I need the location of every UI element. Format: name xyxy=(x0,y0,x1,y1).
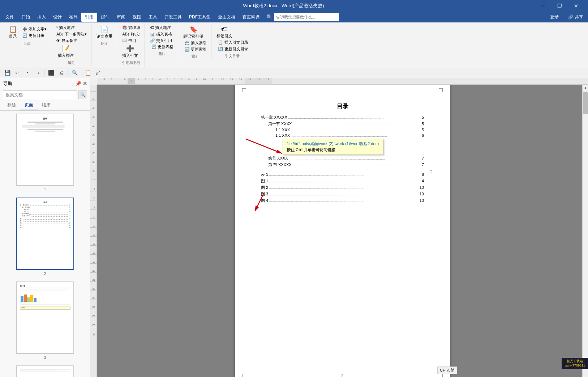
menu-view[interactable]: 视图 xyxy=(129,13,145,22)
scroll-up-button[interactable]: ▲ xyxy=(583,85,588,90)
login-button[interactable]: 登录 xyxy=(547,13,562,22)
thumb-img-2: 目录 第一章 XXXXX5 第一节 XXXX5 1.1 XXX5 1.1 XXX… xyxy=(16,198,74,270)
toc-entry-4[interactable]: 1.1 XXX ................................… xyxy=(261,133,424,137)
menu-home[interactable]: 开始 xyxy=(18,13,34,22)
toc-entry-fig1[interactable]: 图 1 ....................................… xyxy=(261,178,424,184)
pages-view-button[interactable]: ⬛ xyxy=(47,68,55,77)
nav-close-button[interactable]: ✕ xyxy=(83,81,87,86)
update-citation-index-button[interactable]: 🔄 更新引文目录 xyxy=(216,46,249,52)
nav-tab-results[interactable]: 结果 xyxy=(38,101,55,110)
save-qa-button[interactable]: 💾 xyxy=(3,68,12,77)
toc-entry-6[interactable]: 第 节 XXXXX ..............................… xyxy=(261,162,424,168)
toc-dots-2: ........................................… xyxy=(292,122,421,126)
toc-page-fig1: 4 xyxy=(422,179,424,183)
ruler-vertical: -1 -2 -3 -4 -5 -6 -7 -8 -9 -10 -11 -12 -… xyxy=(90,85,97,377)
mark-entry-button[interactable]: 🔖 标记索引项 xyxy=(182,25,205,40)
toc-entry-table1[interactable]: 表 1 ....................................… xyxy=(261,172,424,177)
scroll-track xyxy=(583,90,588,376)
zoom-button[interactable]: 🔍 xyxy=(70,68,79,77)
insert-citation-button[interactable]: ➕ 插入引文 xyxy=(121,44,140,59)
menu-mailings[interactable]: 邮件 xyxy=(97,13,113,22)
redo-button[interactable]: ↪ xyxy=(33,68,42,77)
insert-table-caption-button[interactable]: 📊 插入表格 xyxy=(149,31,173,37)
toc-entry-3[interactable]: 1.1 XXX ................................… xyxy=(261,128,424,132)
page-thumbnail-1[interactable]: 目录 1 xyxy=(3,114,87,192)
cross-reference-button[interactable]: 🔗 交叉引用 xyxy=(149,38,173,44)
format-button[interactable]: 🖊 xyxy=(94,68,102,77)
update-index-button[interactable]: 🔄 更新索引 xyxy=(183,46,208,52)
toc-page-fig2: 10 xyxy=(420,185,424,190)
thumb-img-1: 目录 xyxy=(16,114,74,186)
mark-icon: 🔖 xyxy=(189,25,197,33)
paper-check-button[interactable]: 📄 论文查重 xyxy=(95,25,114,40)
group-label-paper: 论文 xyxy=(95,41,114,46)
close-button[interactable]: ✕ xyxy=(568,0,584,12)
manage-sources-button[interactable]: 📚 管理源 xyxy=(121,25,142,31)
toc-dots-5: ........................................… xyxy=(288,156,421,160)
toc-entry-fig2[interactable]: 图 2 ....................................… xyxy=(261,185,424,190)
ruler-top: -3 -2 -1 E 1 1 2 3 4 5 6 7 8 9 10 11 12 … xyxy=(97,78,588,85)
style-button[interactable]: AB↕ 样式: xyxy=(121,31,142,37)
thumb-img-4 xyxy=(16,365,74,377)
menu-insert[interactable]: 插入 xyxy=(34,13,50,22)
share-button[interactable]: 🔗 共享 xyxy=(565,13,586,22)
undo-button[interactable]: ↩ xyxy=(13,68,22,77)
toc-label-fig2: 图 2 xyxy=(261,185,268,190)
nav-search-button[interactable]: 🔍 xyxy=(78,90,87,99)
toc-label-5: 第节 XXXX xyxy=(268,156,288,161)
toc-dots-table1: ........................................… xyxy=(269,173,421,177)
scroll-down-button[interactable]: ▼ xyxy=(583,376,588,377)
minimize-button[interactable]: ─ xyxy=(535,0,551,12)
menu-developer[interactable]: 开发工具 xyxy=(161,13,185,22)
toc-label-1: 第一章 XXXXX xyxy=(261,115,287,120)
toc-entry-1[interactable]: 第一章 XXXXX ..............................… xyxy=(261,115,424,120)
print-button[interactable]: 🖨 xyxy=(57,68,65,77)
ch-input-toggle[interactable]: CH △ 简 xyxy=(437,367,457,374)
insert-endnote-button[interactable]: ¹ 插入尾注 xyxy=(55,25,88,31)
mark-citation-button[interactable]: 🏷 标记引文 xyxy=(215,25,234,39)
page-thumbnail-2[interactable]: 目录 第一章 XXXXX5 第一节 XXXX5 1.1 XXX5 1.1 XXX… xyxy=(3,198,87,276)
restore-button[interactable]: ❐ xyxy=(551,0,568,12)
toc-label-fig4: 图 4 xyxy=(261,198,268,203)
nav-pin-button[interactable]: 📌 xyxy=(75,81,81,86)
nav-tabs: 标题 页面 结果 xyxy=(0,101,90,111)
insert-citation-index-button[interactable]: 📋 插入引文目录 xyxy=(216,39,249,46)
menu-file[interactable]: 文件 xyxy=(2,13,18,22)
update-table-button[interactable]: 🔄 更新表格 xyxy=(150,44,175,50)
page-thumbnail-4[interactable]: 4 xyxy=(3,365,87,377)
menu-review[interactable]: 审阅 xyxy=(113,13,129,22)
menu-tools[interactable]: 工具 xyxy=(145,13,161,22)
tooltip-hint: 按住 Ctrl 并单击可访问链接 xyxy=(287,147,379,153)
toc-label-2: 第一节 XXXX xyxy=(268,121,292,127)
update-toc-button[interactable]: 🔄 更新目录 xyxy=(21,33,48,39)
nav-tab-pages[interactable]: 页面 xyxy=(20,101,38,110)
ribbon-group-index: 🔖 标记索引项 📇 插入索引 🔄 更新索引 索引 xyxy=(179,24,211,60)
toc-entry-fig3[interactable]: 图 3 ....................................… xyxy=(261,191,424,197)
toc-page-3: 5 xyxy=(422,128,424,132)
search-input[interactable] xyxy=(274,13,339,21)
nav-tab-headings[interactable]: 标题 xyxy=(3,101,20,110)
toc-entry-5[interactable]: 第节 XXXX ................................… xyxy=(261,156,424,161)
insert-footnote-button[interactable]: 📝 插入脚注 xyxy=(56,44,75,59)
show-notes-button[interactable]: 👁 显示备注 xyxy=(55,38,88,44)
next-footnote-button[interactable]: AB↓ 下一条脚注▾ xyxy=(55,31,88,37)
bibliography-button[interactable]: 📖 书目 xyxy=(121,38,142,44)
undo-dropdown[interactable]: ▾ xyxy=(23,68,32,77)
menu-pdf[interactable]: PDF工具集 xyxy=(185,13,214,22)
toc-entry-fig4[interactable]: 图 4 ....................................… xyxy=(261,198,424,203)
add-text-button[interactable]: ➕ 添加文字▾ xyxy=(21,26,48,32)
insert-caption-button[interactable]: 🏷 插入题注 xyxy=(149,25,173,31)
insert-index-button[interactable]: 📇 插入索引 xyxy=(183,40,208,46)
clipboard-button[interactable]: 📋 xyxy=(83,68,92,77)
menu-layout[interactable]: 布局 xyxy=(65,13,81,22)
page-thumbnail-3[interactable]: 第一章 xyxy=(3,281,87,360)
nav-search-input[interactable] xyxy=(3,90,77,99)
menu-references[interactable]: 引用 xyxy=(81,13,97,22)
scroll-thumb[interactable] xyxy=(583,92,588,114)
menu-wps[interactable]: 金山文档 xyxy=(214,13,239,22)
toc-entry-2[interactable]: 第一节 XXXX ...............................… xyxy=(261,121,424,127)
menu-design[interactable]: 设计 xyxy=(50,13,65,22)
menu-baidu[interactable]: 百度网盘 xyxy=(239,13,263,22)
nav-search-area: 🔍 xyxy=(0,89,90,101)
toc-button[interactable]: 📋 目录 xyxy=(6,25,20,40)
